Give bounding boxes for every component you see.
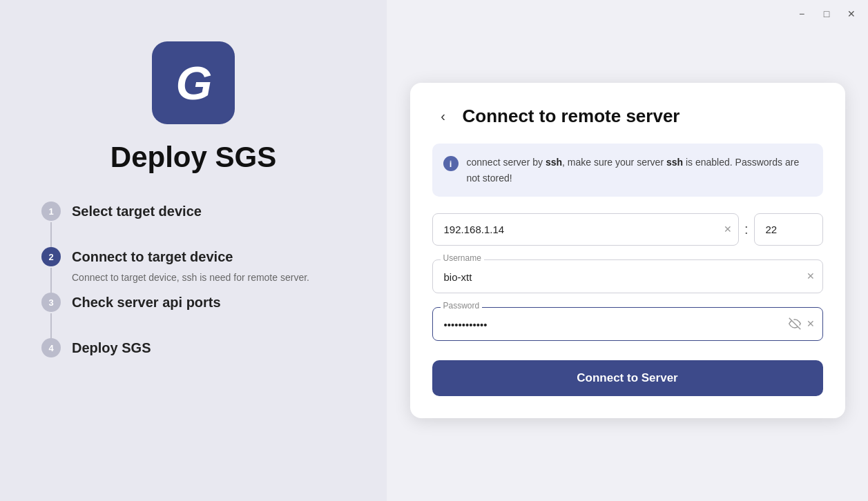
minimize-button[interactable]: − (791, 3, 813, 25)
connect-to-server-button[interactable]: Connect to Server (432, 360, 823, 396)
left-panel: G Deploy SGS 1 Select target device 2 (0, 0, 387, 501)
password-input[interactable] (432, 307, 823, 341)
info-banner: i connect server by ssh, make sure your … (432, 144, 823, 197)
password-field-container: Password ✕ (432, 307, 823, 341)
back-button[interactable]: ‹ (432, 105, 454, 127)
step-1: 1 Select target device (41, 202, 387, 247)
password-clear-button[interactable]: ✕ (805, 317, 816, 331)
step-4: 4 Deploy SGS (41, 338, 387, 362)
username-field-container: Username ✕ (432, 259, 823, 293)
step-4-title: Deploy SGS (72, 338, 387, 356)
step-2-number: 2 (48, 252, 53, 262)
step-2-desc: Connect to target device, ssh is need fo… (72, 271, 334, 285)
port-input[interactable] (754, 213, 823, 246)
step-2-title: Connect to target device (72, 247, 387, 265)
info-text-part2: , make sure your server (562, 157, 666, 168)
logo-container: G (152, 41, 235, 124)
toggle-password-visibility-button[interactable] (787, 316, 802, 331)
step-1-line (50, 222, 52, 247)
app-title: Deploy SGS (110, 141, 276, 174)
step-2-content: Connect to target device Connect to targ… (72, 247, 387, 291)
step-1-number: 1 (48, 206, 53, 217)
ip-input[interactable] (432, 213, 739, 246)
dialog-title: Connect to remote server (463, 106, 680, 127)
password-label: Password (441, 301, 483, 311)
username-clear-button[interactable]: ✕ (805, 269, 816, 283)
maximize-button[interactable]: □ (816, 3, 838, 25)
step-1-connector: 1 (41, 202, 61, 247)
username-actions: ✕ (805, 269, 816, 283)
logo-icon: G (176, 59, 211, 106)
step-4-number: 4 (48, 343, 53, 353)
step-3-circle: 3 (41, 293, 61, 312)
username-input[interactable] (432, 259, 823, 293)
step-3-content: Check server api ports (72, 293, 387, 316)
step-2: 2 Connect to target device Connect to ta… (41, 247, 387, 293)
ip-clear-button[interactable]: ✕ (724, 224, 732, 235)
titlebar: − □ ✕ (385, 0, 868, 28)
step-1-title: Select target device (72, 202, 387, 219)
info-ssh-1: ssh (546, 157, 562, 168)
step-4-circle: 4 (41, 338, 61, 357)
step-3-line (50, 313, 52, 338)
step-2-line (50, 268, 52, 293)
dialog-header: ‹ Connect to remote server (432, 105, 823, 127)
port-field (754, 213, 823, 246)
right-panel: ‹ Connect to remote server i connect ser… (387, 0, 868, 501)
info-text-part1: connect server by (467, 157, 546, 168)
info-text: connect server by ssh, make sure your se… (467, 155, 812, 186)
info-icon: i (443, 156, 459, 171)
step-4-connector: 4 (41, 338, 61, 357)
ip-port-row: ✕ : (432, 213, 823, 246)
colon-separator: : (744, 222, 749, 237)
steps-list: 1 Select target device 2 Connect to targ… (0, 202, 387, 362)
step-2-connector: 2 (41, 247, 61, 293)
step-1-circle: 1 (41, 202, 61, 221)
step-3-number: 3 (48, 297, 53, 308)
close-button[interactable]: ✕ (840, 3, 862, 25)
ip-field: ✕ (432, 213, 739, 246)
step-3-title: Check server api ports (72, 293, 387, 311)
step-3-connector: 3 (41, 293, 61, 338)
password-actions: ✕ (787, 316, 816, 331)
step-2-circle: 2 (41, 247, 61, 266)
step-1-content: Select target device (72, 202, 387, 225)
step-3: 3 Check server api ports (41, 293, 387, 338)
dialog-card: ‹ Connect to remote server i connect ser… (410, 83, 845, 418)
username-label: Username (441, 253, 484, 263)
info-ssh-2: ssh (666, 157, 683, 168)
step-4-content: Deploy SGS (72, 338, 387, 362)
